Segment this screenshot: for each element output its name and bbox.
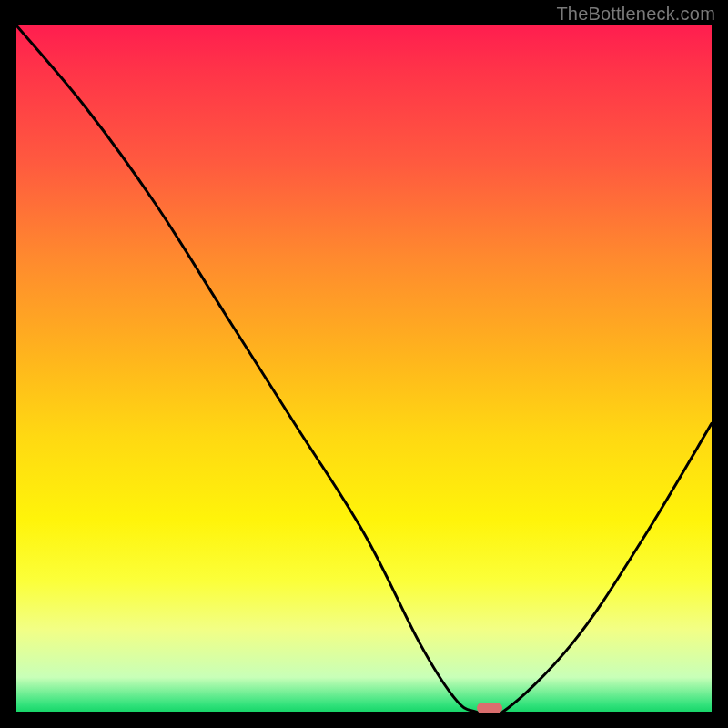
plot-area [16, 25, 712, 712]
watermark-text: TheBottleneck.com [556, 4, 715, 25]
bottleneck-curve [16, 25, 712, 712]
valley-marker [477, 703, 502, 713]
chart-frame: TheBottleneck.com [0, 0, 728, 728]
